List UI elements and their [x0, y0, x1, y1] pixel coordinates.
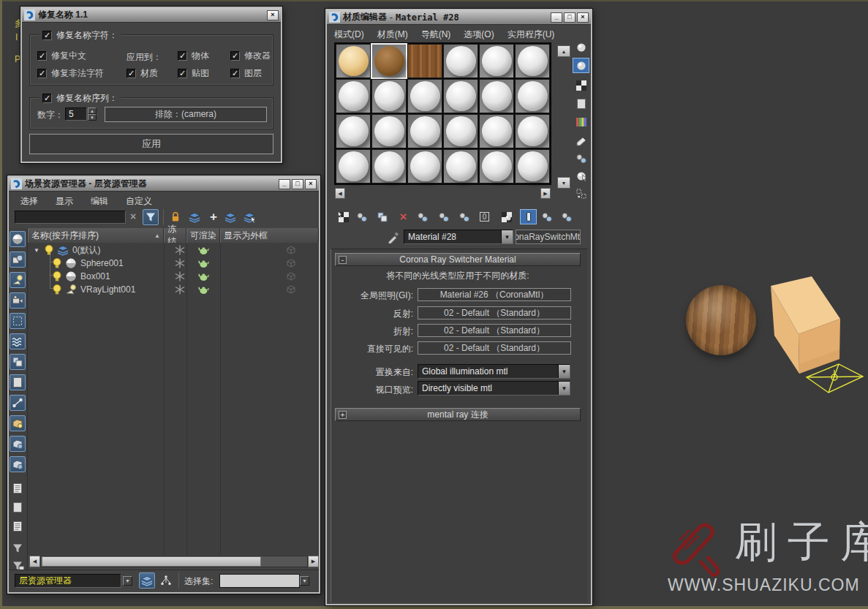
corona-switcher-rollout-header[interactable]: - Corona Ray Switcher Material: [335, 253, 581, 266]
number-input[interactable]: [65, 107, 87, 121]
layer-mode-icon[interactable]: [139, 572, 155, 589]
apply-button[interactable]: 应用: [29, 134, 273, 154]
column-header-frozen[interactable]: 冻结: [164, 228, 186, 243]
display-as-box-icon[interactable]: [285, 257, 297, 269]
mode-combo-arrow[interactable]: ▼: [123, 576, 132, 586]
menu-navigation[interactable]: 导航(N): [421, 29, 451, 41]
spinner-down[interactable]: ▼: [88, 114, 97, 121]
background-icon[interactable]: [573, 77, 589, 93]
frozen-icon[interactable]: [174, 271, 186, 282]
sample-slot[interactable]: [371, 44, 407, 78]
sample-slot[interactable]: [407, 44, 442, 78]
sample-slot[interactable]: [336, 79, 371, 113]
selection-set-combo[interactable]: [219, 574, 300, 588]
column-header-name[interactable]: 名称(按升序排序) ▲: [28, 228, 164, 243]
sample-tiling-icon[interactable]: [573, 96, 589, 111]
renderable-teapot-icon[interactable]: [197, 244, 209, 256]
layer-checkbox[interactable]: ✓: [230, 69, 240, 78]
list-view-icon[interactable]: [10, 480, 26, 496]
display-as-box-icon[interactable]: [285, 284, 297, 295]
menu-select[interactable]: 选择: [20, 195, 38, 208]
hierarchy-mode-icon[interactable]: [158, 572, 174, 589]
viewport-vraylight-gizmo[interactable]: [801, 360, 868, 396]
backlight-icon[interactable]: [573, 58, 589, 73]
object-checkbox[interactable]: ✓: [178, 51, 187, 61]
pick-material-eyedropper-icon[interactable]: [387, 230, 401, 243]
display-as-box-icon[interactable]: [285, 271, 297, 282]
node-name[interactable]: 0(默认): [72, 244, 101, 257]
scroll-left-button[interactable]: ◀: [29, 556, 40, 567]
make-preview-icon[interactable]: [573, 132, 589, 148]
maximize-button[interactable]: □: [564, 12, 575, 23]
override-from-dropdown[interactable]: Global illumination mtl ▼: [418, 364, 570, 379]
mentalray-rollout-header[interactable]: + mental ray 连接: [335, 408, 581, 421]
map-checkbox[interactable]: ✓: [178, 69, 187, 78]
sample-slot[interactable]: [371, 79, 407, 113]
table-row[interactable]: VRayLight001: [28, 283, 319, 296]
filter-xrefs-icon[interactable]: [10, 374, 26, 390]
select-by-material-icon[interactable]: [573, 168, 589, 184]
modifier-checkbox[interactable]: ✓: [230, 51, 240, 61]
sample-slot[interactable]: [443, 114, 478, 148]
exclude-button[interactable]: 排除：(camera): [105, 107, 267, 122]
bulb-icon[interactable]: [43, 244, 55, 256]
scene-explorer-titlebar[interactable]: 场景资源管理器 - 层资源管理器 _ □ ×: [9, 177, 319, 192]
options-icon[interactable]: [573, 151, 589, 166]
reflect-material-button[interactable]: 02 - Default （Standard）: [418, 306, 571, 319]
sample-slot[interactable]: [443, 79, 478, 113]
renderable-teapot-icon[interactable]: [197, 271, 209, 282]
menu-display[interactable]: 显示: [56, 195, 73, 208]
renderable-teapot-icon[interactable]: [197, 284, 209, 295]
slots-scroll-left[interactable]: ◀: [335, 188, 345, 199]
sample-slot[interactable]: [479, 79, 514, 113]
sample-slot[interactable]: [479, 149, 514, 184]
report-view-icon[interactable]: [10, 518, 26, 534]
bulb-icon[interactable]: [51, 284, 63, 295]
filter-containers-icon[interactable]: [10, 415, 26, 431]
menu-edit[interactable]: 编辑: [91, 195, 108, 208]
column-header-displayasbox[interactable]: 显示为外框: [220, 228, 319, 243]
material-checkbox[interactable]: ✓: [127, 69, 136, 78]
material-name-combo[interactable]: Material #28 ▼: [404, 230, 513, 244]
table-row[interactable]: ▼ 0(默认): [28, 243, 319, 257]
menu-material[interactable]: 材质(M): [377, 29, 408, 41]
delete-material-icon[interactable]: ×: [395, 209, 412, 224]
go-forward-sibling-icon[interactable]: [558, 209, 575, 224]
slots-scroll-up[interactable]: ▲: [557, 45, 570, 57]
fix-illegal-checkbox[interactable]: ✓: [37, 69, 47, 78]
collapse-icon[interactable]: -: [339, 256, 347, 264]
menu-utilities[interactable]: 实用程序(U): [507, 29, 555, 41]
table-row[interactable]: Box001: [28, 270, 319, 283]
viewport-preview-dropdown[interactable]: Directly visible mtl ▼: [418, 381, 570, 396]
sample-slot[interactable]: [515, 149, 550, 184]
viewport-wood-sphere[interactable]: [686, 285, 756, 355]
sample-slot[interactable]: [336, 149, 371, 184]
filter-objects-icon[interactable]: [10, 456, 26, 472]
blank-view-icon[interactable]: [10, 499, 26, 515]
dropdown-arrow[interactable]: ▼: [558, 365, 570, 378]
slots-scroll-right[interactable]: ▶: [540, 188, 551, 199]
fix-seq-checkbox[interactable]: ✓: [42, 94, 52, 103]
node-name[interactable]: VRayLight001: [80, 284, 135, 295]
h-scrollbar-thumb[interactable]: [42, 556, 261, 567]
fix-name-titlebar[interactable]: 修复名称 1.1 ×: [22, 8, 281, 23]
put-to-scene-icon[interactable]: [353, 209, 370, 224]
clear-search-icon[interactable]: ×: [130, 211, 136, 222]
menu-customize[interactable]: 自定义: [126, 195, 152, 208]
get-material-icon[interactable]: [335, 209, 352, 224]
filter-icon[interactable]: [143, 209, 159, 225]
table-row[interactable]: Sphere001: [28, 257, 319, 270]
search-input[interactable]: [15, 211, 126, 224]
sample-slot[interactable]: [515, 114, 550, 148]
filter-shapes-icon[interactable]: [10, 251, 26, 268]
filter-geometry-icon[interactable]: [10, 231, 26, 247]
maximize-button[interactable]: □: [292, 179, 303, 189]
sample-slot[interactable]: [479, 44, 514, 78]
fix-chars-checkbox[interactable]: ✓: [42, 31, 52, 40]
assign-to-selection-icon[interactable]: [374, 209, 390, 224]
node-name[interactable]: Sphere001: [80, 258, 124, 268]
hide-layer-icon[interactable]: [186, 209, 203, 225]
filter-groups-icon[interactable]: [10, 354, 26, 370]
frozen-icon[interactable]: [174, 257, 186, 269]
material-editor-titlebar[interactable]: 材质编辑器 - Material #28 _ □ ×: [327, 10, 591, 25]
